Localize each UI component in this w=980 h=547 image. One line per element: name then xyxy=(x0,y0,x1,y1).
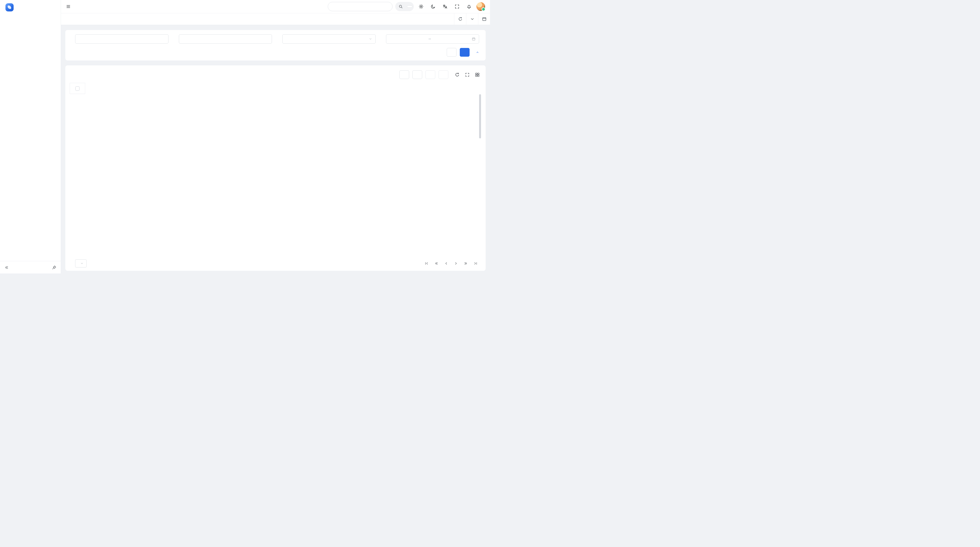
first-page-button[interactable] xyxy=(423,259,431,268)
arrow-right-icon xyxy=(428,37,431,41)
date-filter-group xyxy=(383,34,479,44)
search-icon xyxy=(399,4,403,9)
double-chevron-right-icon xyxy=(464,262,468,265)
header-actions xyxy=(328,2,485,11)
pagination-bar xyxy=(70,256,481,271)
gear-icon xyxy=(419,4,423,9)
fullscreen-button[interactable] xyxy=(452,2,462,11)
sidebar xyxy=(0,0,61,273)
delete-button[interactable] xyxy=(425,70,435,79)
account-filter-input[interactable] xyxy=(182,37,269,41)
chevron-left-icon xyxy=(444,262,448,265)
sidebar-toggle-button[interactable] xyxy=(64,2,73,11)
table-header-row xyxy=(70,83,482,94)
pagination-pages xyxy=(423,259,480,268)
content-fullscreen-button[interactable] xyxy=(478,13,490,25)
query-button[interactable] xyxy=(460,48,469,57)
settings-button[interactable] xyxy=(417,2,426,11)
global-search[interactable] xyxy=(395,2,414,11)
table-scrollbar[interactable] xyxy=(479,94,481,139)
notifications-button[interactable] xyxy=(465,2,474,11)
login-log-card xyxy=(65,65,486,271)
page-size-select[interactable] xyxy=(75,259,87,268)
top-header xyxy=(61,0,490,13)
account-filter-group xyxy=(176,34,272,44)
jump-back-button[interactable] xyxy=(432,259,441,268)
collapse-sidebar-icon[interactable] xyxy=(4,265,9,270)
open-tabs xyxy=(61,13,454,25)
last-page-button[interactable] xyxy=(471,259,480,268)
refresh-icon xyxy=(458,17,463,21)
prev-page-button[interactable] xyxy=(442,259,450,268)
pin-sidebar-icon[interactable] xyxy=(52,265,56,270)
next-page-button[interactable] xyxy=(452,259,460,268)
chevron-right-icon xyxy=(454,262,458,265)
calendar-icon xyxy=(472,37,476,41)
chevron-down-icon xyxy=(470,17,474,21)
search-shortcut xyxy=(407,6,412,7)
theme-toggle-button[interactable] xyxy=(428,2,438,11)
bell-icon xyxy=(466,4,471,9)
sidebar-menu xyxy=(0,15,61,261)
app-logo-icon xyxy=(5,3,14,11)
unlock-button[interactable] xyxy=(439,70,449,79)
refresh-page-button[interactable] xyxy=(454,13,466,25)
fullscreen-icon xyxy=(455,4,460,9)
chevron-down-icon xyxy=(369,37,372,41)
export-button[interactable] xyxy=(412,70,422,79)
column-settings-icon[interactable] xyxy=(475,72,480,77)
app-logo[interactable] xyxy=(0,0,61,15)
last-page-icon xyxy=(474,262,477,265)
translate-icon xyxy=(442,4,447,9)
date-range-picker[interactable] xyxy=(386,34,479,44)
table-wrap xyxy=(70,83,481,256)
tab-options-button[interactable] xyxy=(466,13,478,25)
status-filter-select[interactable] xyxy=(282,34,375,44)
page-content xyxy=(61,25,490,273)
sidebar-footer xyxy=(0,261,61,273)
double-chevron-left-icon xyxy=(434,262,438,265)
refresh-table-icon[interactable] xyxy=(455,72,460,77)
ip-filter-group xyxy=(72,34,169,44)
table-fullscreen-icon[interactable] xyxy=(465,72,469,77)
reset-button[interactable] xyxy=(447,48,457,57)
collapse-filters-link[interactable] xyxy=(475,51,479,54)
moon-icon xyxy=(431,4,436,9)
clear-button[interactable] xyxy=(399,70,409,79)
hamburger-icon xyxy=(66,4,71,9)
user-avatar[interactable] xyxy=(476,2,485,11)
language-button[interactable] xyxy=(441,2,450,11)
chevron-down-icon xyxy=(80,262,84,265)
status-filter-group xyxy=(279,34,375,44)
tab-bar xyxy=(61,13,490,25)
jump-forward-button[interactable] xyxy=(462,259,470,268)
login-log-table xyxy=(70,83,481,94)
select-all-checkbox[interactable] xyxy=(75,86,80,91)
first-page-icon xyxy=(425,262,428,265)
list-toolbar xyxy=(399,70,480,79)
tab-tools xyxy=(454,13,490,25)
main-area xyxy=(61,0,490,273)
filter-panel xyxy=(65,30,486,61)
tenant-select[interactable] xyxy=(328,2,393,11)
ip-filter-input[interactable] xyxy=(79,37,165,41)
chevron-up-icon xyxy=(476,51,479,54)
select-all-cell xyxy=(70,83,85,94)
screen-icon xyxy=(482,17,487,21)
